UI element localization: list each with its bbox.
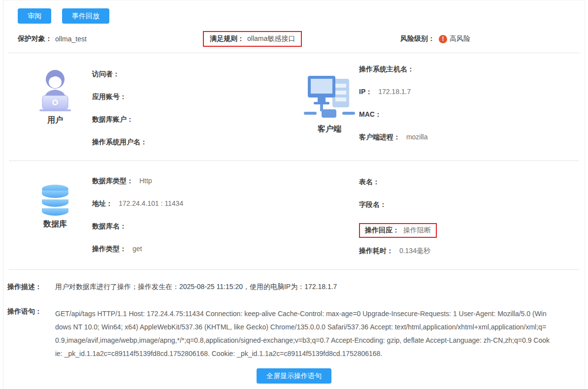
field-ip: IP： 172.18.1.7 bbox=[359, 88, 585, 97]
client-icon bbox=[300, 72, 359, 121]
field-operation-type: 操作类型： get bbox=[92, 245, 294, 255]
operation-statement-row: 操作语句： GET/api/tags HTTP/1.1 Host: 172.24… bbox=[3, 292, 585, 360]
database-caption: 数据库 bbox=[18, 219, 92, 229]
operation-statement-value: GET/api/tags HTTP/1.1 Host: 172.24.4.75:… bbox=[55, 307, 550, 360]
user-icon bbox=[18, 67, 92, 112]
user-client-section: 用户 访问者： 应用账号： 数据库账户： 操作系统用户名： bbox=[3, 53, 585, 161]
field-db-account: 数据库账户： bbox=[92, 115, 294, 125]
risk-level-value: 高风险 bbox=[450, 34, 470, 43]
field-app-account: 应用账号： bbox=[92, 93, 294, 102]
client-block: 客户端 操作系统主机名： IP： 172.18.1.7 MAC： 客户端进程： … bbox=[294, 53, 585, 161]
client-caption: 客户端 bbox=[300, 124, 359, 134]
matched-rule-highlight: 满足规则： ollama敏感接口 bbox=[203, 31, 302, 47]
operation-response-highlight: 操作回应： 操作阻断 bbox=[359, 223, 437, 238]
database-right-fields: 表名： 字段名： 操作回应： 操作阻断 操作耗时： 0.134毫秒 bbox=[359, 162, 585, 269]
operation-statement-label: 操作语句： bbox=[7, 307, 55, 360]
review-button[interactable]: 审阅 bbox=[18, 8, 51, 24]
user-block: 用户 访问者： 应用账号： 数据库账户： 操作系统用户名： bbox=[3, 53, 294, 161]
database-block-left: 数据库 数据库类型： Http 地址： 172.24.4.101 : 11434… bbox=[3, 162, 294, 269]
field-address: 地址： 172.24.4.101 : 11434 bbox=[92, 199, 294, 209]
operation-description-value: 用户对数据库进行了操作；操作发生在：2025-08-25 11:15:20，使用… bbox=[55, 283, 337, 292]
field-db-name: 数据库名： bbox=[92, 222, 294, 232]
field-visitor: 访问者： bbox=[92, 70, 294, 80]
field-client-process: 客户端进程： mozilla bbox=[359, 133, 585, 143]
fullscreen-button-wrap: 全屏显示操作语句 bbox=[3, 368, 585, 384]
protect-object: 保护对象： ollma_test bbox=[18, 34, 195, 43]
risk-level-label: 风险级别： bbox=[400, 34, 435, 43]
user-fields: 访问者： 应用账号： 数据库账户： 操作系统用户名： bbox=[92, 53, 294, 161]
event-replay-button[interactable]: 事件回放 bbox=[62, 8, 109, 24]
protect-object-label: 保护对象： bbox=[18, 34, 52, 43]
database-section: 数据库 数据库类型： Http 地址： 172.24.4.101 : 11434… bbox=[3, 161, 585, 269]
return-result-row: 返回结果： 无返回结果 bbox=[3, 384, 585, 389]
user-icon-slot: 用户 bbox=[18, 53, 92, 161]
field-mac: MAC： bbox=[359, 110, 585, 120]
user-caption: 用户 bbox=[18, 115, 92, 126]
field-table-name: 表名： bbox=[359, 178, 585, 188]
operation-description-row: 操作描述： 用户对数据库进行了操作；操作发生在：2025-08-25 11:15… bbox=[3, 270, 585, 292]
field-os-hostname: 操作系统主机名： bbox=[359, 65, 585, 75]
field-operation-response: 操作回应： 操作阻断 bbox=[359, 223, 585, 239]
operation-description-label: 操作描述： bbox=[7, 283, 55, 292]
toolbar: 审阅 事件回放 bbox=[3, 0, 585, 24]
protect-object-value: ollma_test bbox=[55, 35, 87, 43]
exclamation-circle-icon bbox=[439, 35, 447, 43]
field-os-username: 操作系统用户名： bbox=[92, 138, 294, 148]
database-block-right: 表名： 字段名： 操作回应： 操作阻断 操作耗时： 0.134毫秒 bbox=[294, 162, 585, 269]
client-icon-slot: 客户端 bbox=[300, 53, 359, 161]
empty-icon-slot bbox=[300, 162, 359, 269]
field-operation-duration: 操作耗时： 0.134毫秒 bbox=[359, 247, 585, 257]
database-left-fields: 数据库类型： Http 地址： 172.24.4.101 : 11434 数据库… bbox=[92, 162, 294, 269]
field-db-type: 数据库类型： Http bbox=[92, 177, 294, 187]
summary-row: 保护对象： ollma_test 满足规则： ollama敏感接口 风险级别： … bbox=[18, 30, 585, 48]
database-icon bbox=[18, 184, 92, 216]
fullscreen-statement-button[interactable]: 全屏显示操作语句 bbox=[257, 368, 331, 384]
matched-rule-value: ollama敏感接口 bbox=[247, 34, 295, 43]
database-icon-slot: 数据库 bbox=[18, 162, 92, 269]
client-fields: 操作系统主机名： IP： 172.18.1.7 MAC： 客户端进程： mozi… bbox=[359, 53, 585, 161]
matched-rule-label: 满足规则： bbox=[210, 34, 244, 43]
risk-level: 风险级别： 高风险 bbox=[400, 34, 470, 43]
field-column-name: 字段名： bbox=[359, 200, 585, 210]
event-detail-panel: 审阅 事件回放 保护对象： ollma_test 满足规则： ollama敏感接… bbox=[3, 0, 585, 389]
